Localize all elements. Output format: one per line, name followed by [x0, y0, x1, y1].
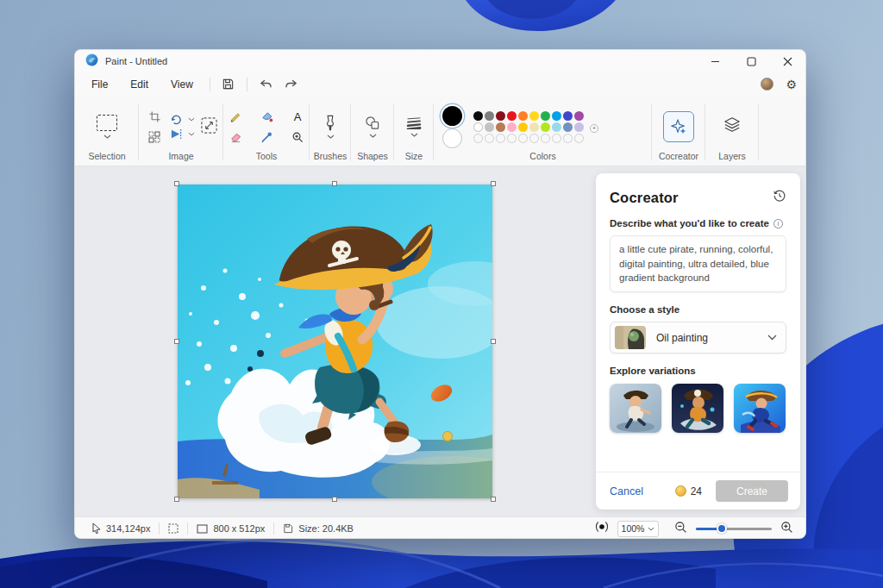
redo-button[interactable]: [279, 75, 304, 94]
palette-color-swatch[interactable]: [473, 122, 483, 132]
eyedropper-icon[interactable]: [256, 128, 277, 146]
style-thumbnail: [615, 326, 646, 349]
palette-row-1: [473, 111, 584, 121]
text-tool-icon[interactable]: A: [287, 109, 308, 126]
info-icon[interactable]: i: [773, 219, 783, 228]
palette-color-swatch[interactable]: [529, 111, 539, 121]
zoom-out-button[interactable]: [674, 521, 687, 537]
palette-color-swatch[interactable]: [552, 122, 561, 132]
image-group: Image: [139, 99, 223, 166]
resize-handle-sw[interactable]: [174, 497, 179, 502]
resize-handle-ne[interactable]: [491, 181, 496, 186]
file-size-icon: [283, 523, 293, 534]
history-button[interactable]: [773, 189, 786, 206]
palette-color-swatch[interactable]: [518, 122, 528, 132]
style-dropdown[interactable]: Oil painting: [610, 322, 786, 353]
palette-color-swatch[interactable]: [496, 111, 505, 121]
palette-color-swatch[interactable]: [529, 122, 539, 132]
empty-color-slot[interactable]: [552, 134, 561, 143]
resize-handle-nw[interactable]: [174, 181, 179, 186]
chevron-down-icon[interactable]: [103, 134, 111, 139]
palette-color-swatch[interactable]: [541, 111, 550, 121]
zoom-slider[interactable]: [696, 528, 772, 530]
canvas-size-icon: [197, 524, 208, 534]
resize-handle-n[interactable]: [332, 181, 337, 186]
palette-color-swatch[interactable]: [518, 111, 528, 121]
flip-button[interactable]: [170, 128, 195, 140]
empty-color-slot[interactable]: [529, 134, 539, 143]
empty-color-slot[interactable]: [496, 134, 505, 143]
marquee-pattern-icon[interactable]: [144, 128, 165, 146]
cocreator-button[interactable]: [663, 111, 694, 142]
secondary-color-swatch[interactable]: [442, 128, 462, 148]
palette-color-swatch[interactable]: [473, 111, 483, 121]
palette-color-swatch[interactable]: [507, 111, 517, 121]
resize-handle-se[interactable]: [491, 497, 496, 502]
prompt-input[interactable]: a little cute pirate, running, colorful,…: [610, 235, 786, 292]
magnifier-tool-icon[interactable]: [287, 128, 308, 146]
maximize-button[interactable]: [733, 50, 769, 72]
palette-color-swatch[interactable]: [552, 111, 561, 121]
variations-section-label: Explore variations: [610, 366, 786, 376]
primary-color-swatch[interactable]: [442, 106, 462, 126]
palette-color-swatch[interactable]: [574, 122, 584, 132]
layers-button[interactable]: [723, 116, 742, 137]
palette-color-swatch[interactable]: [485, 122, 494, 132]
undo-button[interactable]: [253, 75, 279, 94]
palette-color-swatch[interactable]: [574, 111, 584, 121]
cancel-button[interactable]: Cancel: [610, 485, 643, 497]
fit-to-screen-button[interactable]: [595, 521, 609, 536]
account-avatar[interactable]: [761, 78, 773, 91]
resize-handle-s[interactable]: [332, 497, 337, 502]
empty-color-slot[interactable]: [541, 134, 550, 143]
palette-color-swatch[interactable]: [496, 122, 505, 132]
rotate-button[interactable]: [170, 114, 195, 125]
paint-window: Paint - Untitled File Edit View: [74, 49, 806, 539]
menu-edit[interactable]: Edit: [119, 75, 160, 94]
size-button[interactable]: [406, 116, 422, 137]
selection-tool-button[interactable]: [97, 115, 117, 139]
resize-handle-e[interactable]: [491, 339, 496, 344]
close-button[interactable]: [769, 50, 805, 72]
variation-thumbnail-2[interactable]: [672, 384, 723, 433]
shapes-button[interactable]: [364, 116, 381, 138]
menubar-separator: [210, 78, 210, 91]
canvas[interactable]: [178, 185, 492, 498]
menu-view[interactable]: View: [160, 75, 204, 94]
crop-icon[interactable]: [144, 108, 165, 125]
variation-thumbnail-3[interactable]: [734, 384, 786, 433]
size-group-label: Size: [405, 151, 423, 163]
empty-color-slot[interactable]: [518, 134, 528, 143]
save-button[interactable]: [216, 75, 241, 94]
empty-color-slot[interactable]: [485, 134, 494, 143]
brushes-group-label: Brushes: [314, 151, 348, 163]
tools-group: A Tools: [223, 99, 310, 166]
plus-badge-icon: +: [590, 124, 598, 133]
zoom-in-button[interactable]: [780, 521, 793, 537]
menu-file[interactable]: File: [80, 75, 119, 94]
palette-color-swatch[interactable]: [507, 122, 517, 132]
variation-thumbnail-1[interactable]: [610, 384, 661, 433]
palette-color-swatch[interactable]: [485, 111, 494, 121]
layers-group: Layers: [705, 99, 759, 166]
credits-count: 24: [691, 485, 702, 497]
describe-section-label: Describe what you'd like to create i: [610, 218, 786, 228]
pencil-icon[interactable]: [225, 109, 246, 126]
minimize-button[interactable]: [697, 50, 733, 72]
palette-color-swatch[interactable]: [563, 122, 573, 132]
resize-image-icon[interactable]: [200, 116, 218, 138]
palette-color-swatch[interactable]: [541, 122, 550, 132]
create-button[interactable]: Create: [716, 480, 788, 502]
resize-handle-w[interactable]: [174, 339, 179, 344]
fill-bucket-icon[interactable]: [256, 109, 277, 126]
zoom-level-dropdown[interactable]: 100%: [617, 521, 659, 537]
empty-color-slot[interactable]: [507, 134, 517, 143]
palette-color-swatch[interactable]: [563, 111, 573, 121]
settings-gear-icon[interactable]: ⚙: [786, 78, 797, 91]
empty-color-slot[interactable]: [563, 134, 573, 143]
empty-color-slot[interactable]: [473, 134, 483, 143]
zoom-slider-thumb[interactable]: [717, 523, 727, 534]
empty-color-slot[interactable]: [574, 134, 584, 143]
eraser-icon[interactable]: [225, 128, 246, 146]
brushes-button[interactable]: [324, 115, 336, 139]
